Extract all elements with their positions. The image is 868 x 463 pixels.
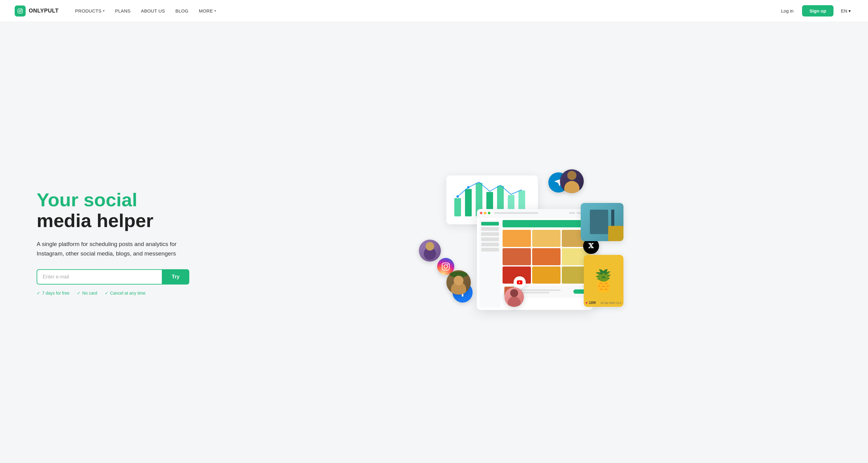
hero-title: Your social media helper bbox=[37, 190, 189, 231]
navbar-right: Log in Sign up EN ▾ bbox=[777, 5, 854, 17]
dashboard-header bbox=[477, 209, 593, 218]
blog-nav[interactable]: BLOG bbox=[171, 6, 193, 16]
trust-badges: ✓ 7 days for free ✓ No card ✓ Cancel at … bbox=[37, 291, 189, 295]
nav-links: PRODUCTS ▾ PLANS ABOUT US BLOG MORE ▾ bbox=[71, 6, 220, 16]
grid-cell-4 bbox=[502, 248, 531, 265]
svg-point-13 bbox=[444, 265, 447, 268]
content-grid bbox=[502, 230, 590, 284]
navbar: ONLYPULT PRODUCTS ▾ PLANS ABOUT US BLOG … bbox=[0, 0, 868, 22]
maximize-dot bbox=[488, 212, 490, 214]
try-button[interactable]: Try bbox=[162, 269, 189, 285]
email-form: Try bbox=[37, 269, 189, 285]
avatar-3 bbox=[504, 287, 524, 307]
svg-point-1 bbox=[19, 10, 21, 12]
dashboard-body bbox=[477, 218, 593, 310]
avatar-2 bbox=[560, 169, 584, 193]
signup-button[interactable]: Sign up bbox=[802, 5, 834, 17]
svg-point-2 bbox=[21, 9, 22, 10]
dashboard-topbar bbox=[502, 220, 590, 227]
avatar-1 bbox=[419, 240, 441, 262]
grid-cell-1 bbox=[502, 230, 531, 247]
language-selector[interactable]: EN ▾ bbox=[838, 6, 854, 16]
svg-rect-4 bbox=[465, 189, 472, 216]
hero-content: Your social media helper A single platfo… bbox=[37, 190, 189, 295]
products-chevron-icon: ▾ bbox=[103, 9, 105, 13]
badge-cancel: ✓ Cancel at any time bbox=[105, 291, 146, 295]
dashboard-mockup: 𝕏 bbox=[440, 178, 593, 307]
main-dashboard-window bbox=[477, 209, 593, 310]
logo[interactable]: ONLYPULT bbox=[14, 5, 59, 17]
more-chevron-icon: ▾ bbox=[214, 9, 216, 13]
brand-name: ONLYPULT bbox=[29, 8, 59, 14]
svg-rect-12 bbox=[442, 263, 449, 270]
dashboard-sidebar bbox=[479, 220, 501, 308]
youtube-icon bbox=[514, 276, 526, 289]
curtain-card bbox=[581, 203, 623, 241]
check-icon-1: ✓ bbox=[37, 291, 40, 295]
plans-nav[interactable]: PLANS bbox=[111, 6, 135, 16]
pineapple-card: 🍍 ♥ 120K 22 Apr 2022 11:2 bbox=[584, 255, 623, 307]
grid-cell-8 bbox=[532, 266, 561, 284]
more-nav[interactable]: MORE ▾ bbox=[194, 6, 220, 16]
badge-free-days: ✓ 7 days for free bbox=[37, 291, 70, 295]
avatar-hat bbox=[446, 270, 471, 295]
badge-no-card: ✓ No card bbox=[77, 291, 97, 295]
svg-rect-3 bbox=[454, 198, 461, 216]
lang-chevron-icon: ▾ bbox=[848, 8, 851, 14]
hero-subtitle: A single platform for scheduling posts a… bbox=[37, 240, 189, 258]
logo-icon bbox=[14, 5, 26, 17]
minimize-dot bbox=[484, 212, 486, 214]
hero-section: Your social media helper A single platfo… bbox=[0, 22, 868, 463]
login-button[interactable]: Log in bbox=[777, 6, 797, 16]
svg-point-14 bbox=[447, 264, 448, 265]
grid-cell-2 bbox=[532, 230, 561, 247]
check-icon-3: ✓ bbox=[105, 291, 108, 295]
about-nav[interactable]: ABOUT US bbox=[137, 6, 169, 16]
navbar-left: ONLYPULT PRODUCTS ▾ PLANS ABOUT US BLOG … bbox=[14, 5, 220, 17]
hero-illustration: 𝕏 bbox=[189, 163, 844, 322]
check-icon-2: ✓ bbox=[77, 291, 81, 295]
grid-cell-5 bbox=[532, 248, 561, 265]
email-input[interactable] bbox=[37, 269, 162, 285]
products-nav[interactable]: PRODUCTS ▾ bbox=[71, 6, 109, 16]
close-dot bbox=[480, 212, 483, 214]
